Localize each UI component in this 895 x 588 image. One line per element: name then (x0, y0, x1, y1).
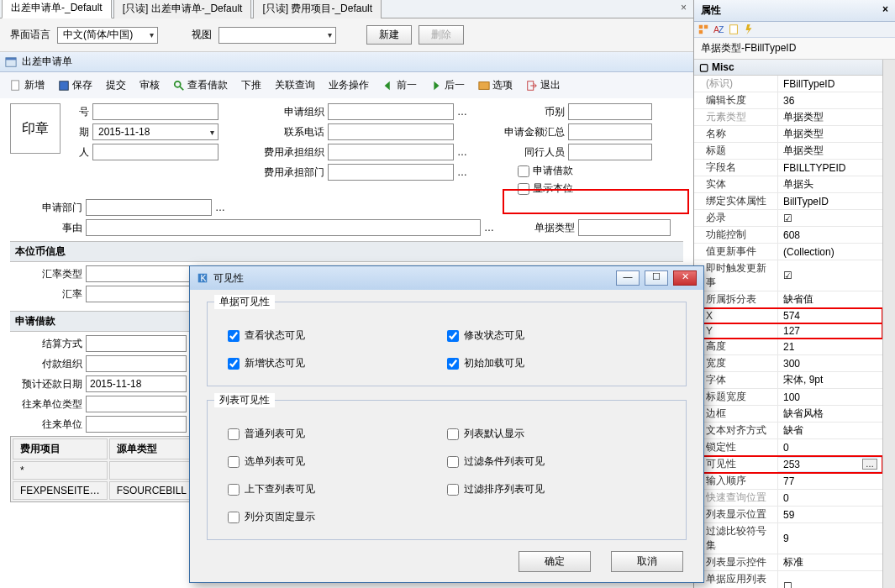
property-row[interactable]: 过滤比较符号集9 (694, 523, 882, 554)
show-unit-checkbox[interactable] (518, 183, 529, 195)
property-value[interactable]: FBillTypeID (778, 77, 882, 91)
filter-list-visible[interactable]: 过滤条件列表可见 (447, 448, 666, 475)
pay-org-input[interactable] (86, 355, 187, 372)
property-value[interactable]: 127 (778, 324, 882, 338)
property-value[interactable]: 缺省风格 (778, 406, 882, 422)
phone-input[interactable] (328, 123, 454, 140)
sort-list-visible[interactable]: 过滤排序列表可见 (447, 475, 666, 503)
property-row[interactable]: 边框缺省风格 (694, 406, 882, 423)
property-row[interactable]: 列表显示控件标准 (694, 554, 882, 571)
view-state-visible[interactable]: 查看状态可见 (228, 322, 447, 349)
bill-no-input[interactable] (92, 103, 218, 120)
next-button[interactable]: 后一 (425, 76, 470, 95)
cost-org-input[interactable] (328, 144, 454, 160)
expect-date-input[interactable] (86, 375, 187, 392)
push-button[interactable]: 下推 (236, 76, 266, 95)
scrollbar[interactable] (882, 60, 895, 588)
dialog-title-bar[interactable]: K 可见性 — ☐ ✕ (190, 266, 703, 290)
biz-button[interactable]: 业务操作 (324, 76, 374, 95)
submit-button[interactable]: 提交 (101, 76, 131, 95)
expense-grid[interactable]: 费用项目源单类型 * FEXPENSEITE…FSOURCEBILL (10, 436, 197, 502)
property-row[interactable]: 高度21 (694, 339, 882, 355)
property-value[interactable]: 59 (778, 508, 882, 522)
normal-list-visible[interactable]: 普通列表可见 (228, 420, 447, 448)
grid-col-header[interactable]: 费用项目 (13, 438, 108, 459)
property-row[interactable]: 可见性253… (694, 456, 882, 473)
grid-cell[interactable]: FEXPENSEITE… (13, 481, 108, 500)
property-row[interactable]: 编辑长度36 (694, 92, 882, 109)
property-value[interactable]: 单据类型 (778, 109, 882, 125)
reason-input[interactable] (86, 219, 481, 236)
property-row[interactable]: 锁定性0 (694, 439, 882, 456)
property-value[interactable]: FBILLTYPEID (778, 161, 882, 175)
page-icon[interactable] (728, 24, 740, 35)
property-row[interactable]: 实体单据头 (694, 176, 882, 193)
property-row[interactable]: 即时触发更新事 (694, 260, 882, 291)
sort-az-icon[interactable]: AZ (713, 24, 724, 35)
properties-grid[interactable]: ▢Misc(标识)FBillTypeID编辑长度36元素类型单据类型名称单据类型… (694, 60, 882, 588)
categorize-icon[interactable] (698, 24, 709, 35)
tab-item[interactable]: 出差申请单-_Default (2, 0, 112, 18)
new-button[interactable]: 新增 (5, 76, 50, 95)
ok-button[interactable]: 确定 (519, 551, 591, 572)
cost-dept-input[interactable] (328, 164, 454, 181)
property-value[interactable]: 9 (778, 532, 882, 545)
updown-list-visible[interactable]: 上下查列表可见 (228, 475, 447, 503)
property-row[interactable]: 元素类型单据类型 (694, 109, 882, 126)
property-row[interactable]: 标题宽度100 (694, 389, 882, 406)
property-value[interactable]: 253… (778, 458, 882, 471)
amount-sum-input[interactable] (568, 123, 652, 140)
property-category[interactable]: ▢Misc (694, 60, 882, 76)
init-load-visible[interactable]: 初始加载可见 (447, 349, 666, 377)
property-row[interactable]: 快速查询位置0 (694, 490, 882, 507)
prev-button[interactable]: 前一 (377, 76, 422, 95)
property-row[interactable]: 值更新事件(Collection) (694, 244, 882, 260)
event-icon[interactable] (743, 24, 755, 35)
property-value[interactable]: 单据类型 (778, 126, 882, 142)
property-value[interactable] (778, 212, 882, 225)
tab-item[interactable]: [只读] 费用项目-_Default (253, 0, 382, 18)
person-input[interactable] (92, 144, 218, 160)
ellipsis-button[interactable]: … (862, 459, 877, 470)
close-button[interactable]: ✕ (673, 270, 697, 286)
property-row[interactable]: 列表显示位置59 (694, 507, 882, 523)
select-list-visible[interactable]: 选单列表可见 (228, 448, 447, 475)
view-select[interactable] (218, 27, 336, 44)
property-row[interactable]: (标识)FBillTypeID (694, 76, 882, 92)
list-default-show[interactable]: 列表默认显示 (447, 420, 666, 448)
maximize-button[interactable]: ☐ (645, 270, 668, 286)
grid-col-header[interactable]: 源单类型 (109, 438, 194, 459)
property-row[interactable]: 输入顺序77 (694, 473, 882, 490)
travel-input[interactable] (568, 144, 652, 160)
audit-button[interactable]: 审核 (134, 76, 165, 95)
property-value[interactable]: 缺省 (778, 423, 882, 438)
unit-type-input[interactable] (86, 396, 187, 412)
property-row[interactable]: 字体宋体, 9pt (694, 372, 882, 389)
minimize-button[interactable]: — (616, 270, 640, 286)
save-button[interactable]: 保存 (53, 76, 97, 95)
property-row[interactable]: 功能控制608 (694, 227, 882, 244)
property-value[interactable]: 标准 (778, 554, 882, 570)
cancel-button[interactable]: 取消 (611, 551, 683, 572)
panel-close-icon[interactable]: × (882, 3, 888, 15)
settle-input[interactable] (86, 335, 187, 352)
new-state-visible[interactable]: 新增状态可见 (228, 349, 447, 377)
property-value[interactable]: 77 (778, 475, 882, 488)
property-value[interactable]: 单据类型 (778, 143, 882, 159)
property-row[interactable]: 字段名FBILLTYPEID (694, 160, 882, 176)
property-row[interactable]: 单据应用列表显 (694, 571, 882, 588)
tab-item[interactable]: [只读] 出差申请单-_Default (113, 0, 252, 18)
edit-state-visible[interactable]: 修改状态可见 (447, 322, 666, 349)
property-value[interactable]: 100 (778, 391, 882, 404)
property-value[interactable]: 608 (778, 228, 882, 242)
exit-button[interactable]: 退出 (521, 76, 566, 95)
property-value[interactable]: 21 (778, 340, 882, 354)
delete-view-button[interactable]: 删除 (419, 25, 464, 45)
property-value[interactable]: 单据头 (778, 176, 882, 192)
property-value[interactable]: 0 (778, 491, 882, 505)
property-row[interactable]: X574 (694, 308, 882, 323)
option-button[interactable]: 选项 (473, 76, 518, 95)
dept-input[interactable] (86, 199, 212, 216)
property-value[interactable]: (Collection) (778, 245, 882, 259)
property-value[interactable]: 300 (778, 357, 882, 370)
